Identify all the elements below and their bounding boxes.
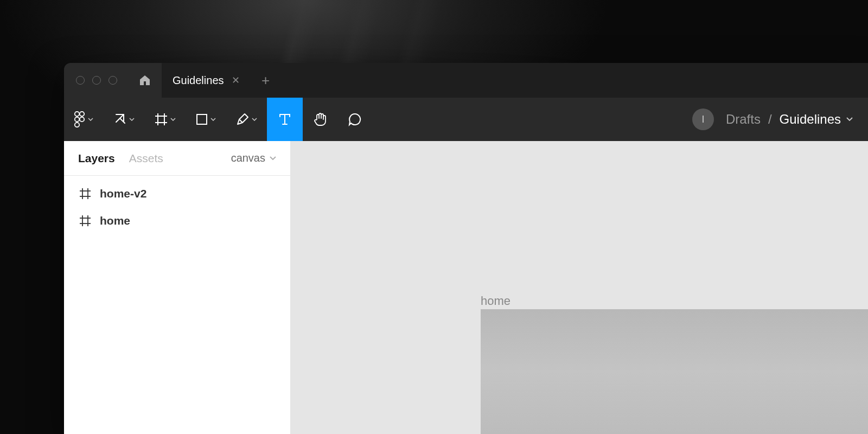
minimize-window[interactable]	[92, 76, 101, 85]
chevron-down-icon	[129, 117, 135, 122]
content-area: Layers Assets canvas home-v2	[64, 141, 868, 434]
chevron-down-icon	[210, 117, 216, 122]
rectangle-icon	[195, 113, 208, 126]
left-sidebar: Layers Assets canvas home-v2	[64, 141, 291, 434]
avatar-initial: I	[701, 114, 704, 125]
text-tool[interactable]	[267, 98, 303, 141]
text-icon	[278, 112, 292, 126]
home-button[interactable]	[128, 63, 162, 98]
hand-tool[interactable]	[303, 98, 337, 141]
canvas[interactable]: home	[291, 141, 868, 434]
layer-name: home-v2	[100, 187, 146, 200]
tab-assets[interactable]: Assets	[129, 152, 163, 165]
layer-item[interactable]: home	[64, 207, 290, 234]
chevron-down-icon	[270, 156, 276, 161]
move-icon	[113, 112, 127, 126]
new-tab-button[interactable]: +	[251, 63, 281, 98]
svg-point-3	[80, 117, 84, 122]
frame-icon	[154, 112, 168, 126]
file-tab[interactable]: Guidelines ✕	[162, 63, 251, 98]
svg-point-0	[75, 112, 79, 116]
frame-tool[interactable]	[144, 98, 186, 141]
chevron-down-icon	[846, 117, 853, 122]
breadcrumb-parent[interactable]: Drafts	[726, 112, 761, 127]
artboard-home[interactable]	[481, 309, 868, 434]
frame-icon	[79, 215, 91, 227]
pen-icon	[235, 112, 250, 126]
frame-icon	[79, 188, 91, 200]
svg-point-4	[75, 123, 79, 127]
close-tab-icon[interactable]: ✕	[232, 74, 240, 86]
toolbar: I Drafts / Guidelines	[64, 98, 868, 141]
maximize-window[interactable]	[108, 76, 117, 85]
chevron-down-icon	[252, 117, 257, 122]
window-controls	[64, 63, 128, 98]
home-icon	[138, 74, 151, 87]
svg-point-2	[75, 117, 79, 122]
shape-tool[interactable]	[186, 98, 226, 141]
layer-item[interactable]: home-v2	[64, 180, 290, 207]
chevron-down-icon	[170, 117, 176, 122]
sidebar-tabs: Layers Assets canvas	[64, 141, 290, 176]
breadcrumb-current[interactable]: Guidelines	[780, 112, 853, 127]
breadcrumb-separator: /	[768, 112, 772, 127]
svg-point-1	[80, 112, 84, 116]
figma-icon	[74, 111, 86, 127]
pen-tool[interactable]	[226, 98, 267, 141]
page-selector[interactable]: canvas	[231, 152, 276, 164]
tab-layers[interactable]: Layers	[78, 152, 115, 165]
app-window: Guidelines ✕ +	[64, 63, 868, 434]
layer-name: home	[100, 214, 130, 227]
breadcrumb: I Drafts / Guidelines	[692, 98, 868, 141]
frame-label[interactable]: home	[481, 294, 510, 308]
avatar[interactable]: I	[692, 108, 714, 130]
chevron-down-icon	[88, 117, 93, 122]
hand-icon	[312, 112, 328, 127]
titlebar: Guidelines ✕ +	[64, 63, 868, 98]
layer-list: home-v2 home	[64, 176, 290, 234]
close-window[interactable]	[76, 76, 85, 85]
main-menu[interactable]	[64, 98, 103, 141]
comment-tool[interactable]	[337, 98, 372, 141]
move-tool[interactable]	[103, 98, 144, 141]
comment-icon	[348, 112, 362, 126]
tab-title: Guidelines	[173, 74, 224, 87]
svg-rect-9	[197, 114, 207, 124]
